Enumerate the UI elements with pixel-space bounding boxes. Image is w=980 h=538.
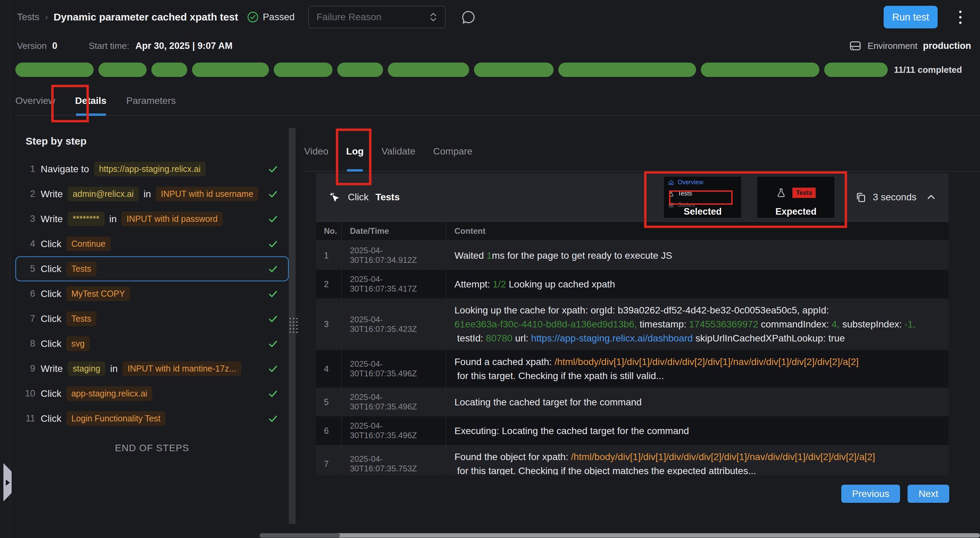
tab-compare[interactable]: Compare (433, 132, 473, 171)
step-row[interactable]: 11ClickLogin Functionality Test (15, 406, 289, 431)
step-number: 10 (16, 388, 41, 399)
log-row[interactable]: 32025-04-30T16:07:35.423ZLooking up the … (316, 298, 948, 350)
version-label: Version (17, 41, 47, 51)
step-passed-check-icon (267, 288, 278, 299)
log-row-content: Waited 1ms for the page to get ready to … (446, 241, 948, 270)
log-row[interactable]: 72025-04-30T16:07:35.753ZFound the objec… (316, 445, 948, 475)
select-chevrons-icon (429, 12, 438, 22)
step-action: Click (41, 239, 62, 250)
previous-button[interactable]: Previous (841, 485, 900, 503)
step-row[interactable]: 8Clicksvg (15, 331, 289, 356)
expected-thumb-label: Expected (757, 207, 834, 217)
step-value-badge: staging (68, 361, 106, 376)
page-title: Dynamic parameter cached xpath test (54, 11, 238, 23)
log-row-timestamp: 2025-04-30T16:07:34.912Z (342, 241, 446, 270)
log-row-number: 2 (316, 270, 342, 298)
step-status (267, 363, 278, 374)
step-connector: in (109, 213, 117, 224)
failure-reason-select[interactable]: Failure Reason (308, 6, 445, 29)
step-action: Click (41, 288, 62, 299)
step-number: 3 (16, 213, 41, 224)
step-number: 9 (16, 363, 41, 374)
log-row[interactable]: 12025-04-30T16:07:34.912ZWaited 1ms for … (316, 241, 948, 270)
log-row-content: Attempt: 1/2 Looking up cached xpath (446, 270, 948, 298)
tab-log[interactable]: Log (346, 132, 364, 171)
next-button[interactable]: Next (908, 485, 949, 503)
left-edge-divider (10, 0, 10, 538)
selected-thumbnail[interactable]: Overview Tests Suites Selected (664, 177, 741, 218)
step-row[interactable]: 9WritestaginginINPUT with id mantine-17z… (15, 356, 289, 381)
progress-segment (388, 62, 469, 77)
log-row-number: 6 (316, 416, 342, 445)
step-connector: in (143, 189, 151, 200)
tab-video[interactable]: Video (304, 132, 328, 171)
log-row[interactable]: 52025-04-30T16:07:35.496ZLocating the ca… (316, 388, 948, 416)
horizontal-scrollbar-thumb[interactable] (260, 533, 340, 538)
progress-segment (558, 62, 696, 77)
environment-drive-icon (848, 39, 862, 53)
step-action: Click (41, 413, 62, 424)
progress-segment (192, 62, 269, 77)
step-target-badge: INPUT with id mantine-17z... (123, 361, 241, 376)
tab-parameters[interactable]: Parameters (126, 86, 176, 115)
tab-overview[interactable]: Overview (15, 86, 56, 115)
comment-bubble-icon[interactable] (461, 9, 476, 25)
step-action: Click (41, 264, 62, 274)
log-table-header: No. Date/Time Content (316, 222, 948, 241)
passed-check-icon (247, 11, 259, 23)
step-passed-check-icon (267, 314, 278, 325)
log-row[interactable]: 42025-04-30T16:07:35.496ZFound a cached … (316, 350, 948, 388)
expected-thumbnail[interactable]: Tests Expected (757, 177, 834, 218)
log-row-timestamp: 2025-04-30T16:07:35.753Z (342, 445, 446, 475)
start-time-label: Start time: (89, 41, 129, 51)
tab-validate[interactable]: Validate (381, 132, 415, 171)
step-passed-check-icon (267, 164, 278, 175)
comparison-thumbnails: Overview Tests Suites Selected (664, 177, 834, 218)
log-row[interactable]: 62025-04-30T16:07:35.496ZExecuting: Loca… (316, 416, 948, 445)
duration-group: 3 seconds (855, 191, 936, 203)
step-passed-check-icon (267, 363, 278, 374)
step-row[interactable]: 2Writeadmin@relicx.aiinINPUT with id use… (15, 181, 289, 207)
step-row[interactable]: 7ClickTests (15, 306, 289, 331)
log-row[interactable]: 22025-04-30T16:07:35.417ZAttempt: 1/2 Lo… (316, 270, 948, 298)
expected-target-highlight: Tests (792, 188, 816, 198)
tab-details[interactable]: Details (75, 86, 107, 115)
kebab-menu-icon[interactable] (953, 6, 967, 29)
step-status (267, 213, 278, 224)
col-header-datetime: Date/Time (342, 222, 446, 240)
log-row-content: Locating the cached target for the comma… (446, 388, 948, 416)
log-row-content: Looking up the cache for xpath: orgId: b… (446, 298, 948, 350)
step-row[interactable]: 3Write********inINPUT with id password (15, 207, 289, 231)
step-passed-check-icon (267, 388, 278, 399)
log-step-header[interactable]: Click Tests Overview Tests Suites (316, 173, 948, 222)
step-status (267, 288, 278, 299)
horizontal-scrollbar[interactable] (260, 533, 980, 538)
step-number: 6 (16, 288, 41, 299)
sidebar-expander-handle[interactable] (3, 463, 12, 501)
expected-content: Tests (757, 177, 834, 198)
step-row[interactable]: 6ClickMyTest COPY (15, 281, 289, 306)
step-row[interactable]: 4ClickContinue (15, 231, 289, 256)
log-action-target: Tests (375, 192, 400, 203)
log-card: Click Tests Overview Tests Suites (316, 173, 948, 475)
log-row-number: 4 (316, 350, 342, 388)
run-test-button[interactable]: Run test (884, 6, 938, 29)
copy-icon[interactable] (855, 191, 867, 203)
step-target-badge: MyTest COPY (66, 287, 130, 301)
app-root: Tests › Dynamic parameter cached xpath t… (0, 0, 980, 538)
step-target-badge: INPUT with id password (121, 212, 223, 226)
step-row[interactable]: 5ClickTests (15, 256, 289, 281)
step-connector: in (110, 363, 118, 374)
step-row[interactable]: 10Clickapp-staging.relicx.ai (15, 381, 289, 406)
panel-resizer[interactable] (289, 128, 296, 524)
steps-panel: Step by step 1Navigate tohttps://app-sta… (15, 129, 289, 454)
step-number: 2 (16, 189, 41, 199)
step-number: 5 (16, 264, 41, 274)
step-row[interactable]: 1Navigate tohttps://app-staging.relicx.a… (15, 156, 289, 181)
step-target-badge: Login Functionality Test (66, 411, 166, 426)
log-row-number: 7 (316, 445, 342, 475)
log-row-timestamp: 2025-04-30T16:07:35.496Z (342, 350, 446, 388)
step-target-badge: Continue (66, 237, 111, 251)
breadcrumb[interactable]: Tests (17, 12, 39, 22)
collapse-chevron-icon[interactable] (926, 192, 936, 202)
